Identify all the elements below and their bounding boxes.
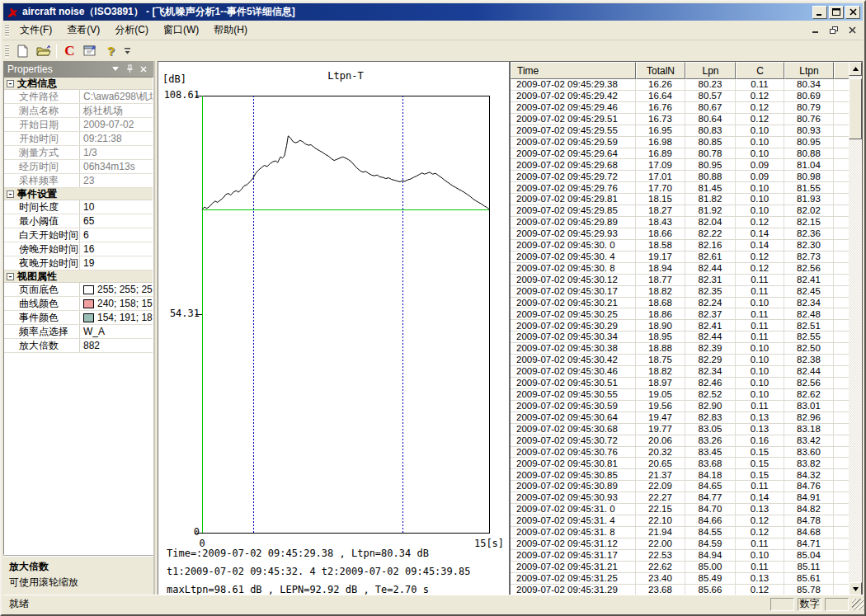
table-row[interactable]: 2009-07-02 09:45:30.4218.7582.290.1082.3… (511, 355, 862, 366)
pin-icon[interactable] (124, 63, 135, 75)
table-row[interactable]: 2009-07-02 09:45:31.1222.0084.590.1184.7… (511, 538, 862, 550)
table-row[interactable]: 2009-07-02 09:45:30.8120.6583.680.1583.8… (511, 458, 862, 469)
property-value[interactable]: 882 (80, 339, 153, 352)
scrollbar-thumb[interactable] (849, 78, 862, 139)
table-row[interactable]: 2009-07-02 09:45:29.6416.8980.780.1080.8… (511, 148, 862, 160)
property-row[interactable]: 文件路径C:\awa6298\机场 (4, 90, 153, 104)
table-row[interactable]: 2009-07-02 09:45:31.1722.5384.940.1085.0… (511, 550, 862, 562)
title-bar[interactable]: aircraft noise（ISO3891） - [飞机噪声分析1--事件5详… (3, 3, 863, 21)
table-row[interactable]: 2009-07-02 09:45:31. 422.1084.660.1284.7… (511, 515, 862, 527)
property-row[interactable]: 测量方式1/3 (4, 146, 153, 160)
vertical-scrollbar[interactable] (849, 62, 862, 596)
table-row[interactable]: 2009-07-02 09:45:29.4616.7680.670.1280.7… (511, 102, 862, 114)
column-header-blank[interactable] (834, 62, 849, 79)
table-row[interactable]: 2009-07-02 09:45:30.3818.8882.390.1082.5… (511, 343, 862, 355)
table-row[interactable]: 2009-07-02 09:45:30. 419.1782.610.1282.7… (511, 252, 862, 263)
property-row[interactable]: 开始日期2009-07-02 (4, 118, 153, 132)
property-value[interactable]: 154; 191; 18 (80, 311, 153, 324)
table-row[interactable]: 2009-07-02 09:45:30.8922.0984.650.1184.7… (511, 481, 862, 492)
table-row[interactable]: 2009-07-02 09:45:30.1218.7782.310.1182.4… (511, 275, 862, 286)
table-row[interactable]: 2009-07-02 09:45:29.5916.9880.850.1080.9… (511, 137, 862, 148)
property-row[interactable]: 测点名称栎社机场 (4, 104, 153, 118)
open-file-button[interactable] (34, 42, 53, 60)
property-value[interactable]: 6 (80, 228, 153, 242)
table-row[interactable]: 2009-07-02 09:45:29.8118.1581.820.1081.9… (511, 194, 862, 205)
column-header-ltpn[interactable]: Ltpn (784, 62, 834, 79)
property-value[interactable]: W_A (80, 325, 153, 338)
chevron-down-icon[interactable] (110, 63, 121, 75)
property-row[interactable]: 夜晚开始时间19 (4, 256, 153, 270)
table-row[interactable]: 2009-07-02 09:45:31.2523.4085.490.1385.6… (511, 573, 862, 585)
table-row[interactable]: 2009-07-02 09:45:30. 018.5882.160.1482.3… (511, 240, 862, 252)
close-button[interactable] (845, 6, 860, 19)
table-row[interactable]: 2009-07-02 09:45:29.7217.0180.880.0980.9… (511, 171, 862, 182)
property-row[interactable]: 曲线颜色240; 158; 15 (4, 297, 153, 311)
table-row[interactable]: 2009-07-02 09:45:29.5116.7380.640.1280.7… (511, 114, 862, 125)
table-row[interactable]: 2009-07-02 09:45:29.8518.2781.920.1082.0… (511, 205, 862, 217)
property-value[interactable]: 栎社机场 (80, 104, 153, 117)
table-row[interactable]: 2009-07-02 09:45:30.7220.0683.260.1683.4… (511, 435, 862, 447)
table-row[interactable]: 2009-07-02 09:45:29.5516.9580.830.1080.9… (511, 125, 862, 137)
property-row[interactable]: 白天开始时间6 (4, 228, 153, 242)
resize-grip-icon[interactable] (852, 599, 864, 610)
table-row[interactable]: 2009-07-02 09:45:29.6817.0980.950.0981.0… (511, 159, 862, 171)
table-row[interactable]: 2009-07-02 09:45:29.4216.6480.570.1280.6… (511, 91, 862, 102)
property-row[interactable]: 采样频率23 (4, 174, 153, 188)
property-row[interactable]: 经历时间06h34m13s (4, 160, 153, 174)
property-row[interactable]: 页面底色255; 255; 25 (4, 283, 153, 297)
table-row[interactable]: 2009-07-02 09:45:31.2122.6285.000.1185.1… (511, 562, 862, 573)
property-category[interactable]: -文档信息 (4, 78, 153, 90)
property-row[interactable]: 最小阈值65 (4, 214, 153, 228)
column-header-time[interactable]: Time (511, 62, 636, 79)
mdi-minimize-button[interactable] (810, 25, 821, 35)
table-row[interactable]: 2009-07-02 09:45:30.8521.3784.180.1584.3… (511, 469, 862, 481)
help-button[interactable]: ? (101, 42, 120, 60)
mdi-restore-button[interactable] (828, 25, 840, 35)
property-value[interactable]: 65 (80, 214, 153, 228)
menu-window[interactable]: 窗口(W) (156, 21, 206, 40)
toolbar-overflow-button[interactable] (123, 42, 132, 60)
table-row[interactable]: 2009-07-02 09:45:30.5519.0582.520.1082.6… (511, 389, 862, 401)
collapse-icon[interactable]: - (7, 80, 14, 87)
table-row[interactable]: 2009-07-02 09:45:30.6419.4782.830.1382.9… (511, 412, 862, 424)
menu-file[interactable]: 文件(F) (12, 21, 59, 40)
property-value[interactable]: 09:21:38 (80, 132, 153, 145)
table-row[interactable]: 2009-07-02 09:45:30.9322.2784.770.1484.9… (511, 492, 862, 504)
table-row[interactable]: 2009-07-02 09:45:30.5118.9782.460.1082.5… (511, 378, 862, 389)
property-category[interactable]: -视图属性 (4, 270, 153, 283)
maximize-button[interactable] (829, 6, 844, 19)
table-row[interactable]: 2009-07-02 09:45:30.2118.6882.240.1082.3… (511, 298, 862, 309)
table-row[interactable]: 2009-07-02 09:45:30. 818.9482.440.1282.5… (511, 263, 862, 275)
property-value[interactable]: 16 (80, 242, 153, 256)
property-value[interactable]: 10 (80, 200, 153, 214)
table-row[interactable]: 2009-07-02 09:45:30.4618.8282.340.1082.4… (511, 366, 862, 378)
table-row[interactable]: 2009-07-02 09:45:29.9318.6682.220.1482.3… (511, 228, 862, 240)
properties-button[interactable] (81, 42, 100, 60)
property-value[interactable]: 19 (80, 256, 153, 270)
property-row[interactable]: 开始时间09:21:38 (4, 132, 153, 146)
menu-help[interactable]: 帮助(H) (206, 21, 255, 40)
table-row[interactable]: 2009-07-02 09:45:30.3418.9582.440.1182.5… (511, 332, 862, 343)
property-row[interactable]: 事件颜色154; 191; 18 (4, 311, 153, 325)
table-row[interactable]: 2009-07-02 09:45:29.7617.7081.450.1081.5… (511, 182, 862, 194)
table-row[interactable]: 2009-07-02 09:45:30.6819.7783.050.1383.1… (511, 424, 862, 435)
minimize-button[interactable] (812, 6, 827, 19)
property-value[interactable]: 255; 255; 25 (80, 283, 153, 296)
c-weighting-button[interactable]: C (60, 42, 79, 60)
column-header-lpn[interactable]: Lpn (685, 62, 736, 79)
menubar-grip[interactable] (5, 24, 9, 37)
scroll-up-button[interactable] (849, 62, 862, 76)
property-value[interactable]: 2009-07-02 (80, 118, 153, 131)
table-row[interactable]: 2009-07-02 09:45:29.8918.4382.040.1282.1… (511, 217, 862, 228)
table-row[interactable]: 2009-07-02 09:45:31. 022.1584.700.1384.8… (511, 504, 862, 515)
collapse-icon[interactable]: - (7, 190, 14, 198)
ltpn-time-plot[interactable] (158, 62, 509, 595)
property-row[interactable]: 放大倍数882 (4, 339, 153, 353)
collapse-icon[interactable]: - (7, 273, 14, 280)
column-header-totaln[interactable]: TotalN (636, 62, 685, 79)
property-row[interactable]: 频率点选择W_A (4, 325, 153, 339)
properties-panel-header[interactable]: Properties (3, 61, 153, 77)
table-row[interactable]: 2009-07-02 09:45:31. 821.9484.550.1284.6… (511, 527, 862, 538)
property-value[interactable]: 240; 158; 15 (80, 297, 153, 310)
new-document-button[interactable] (13, 42, 32, 60)
